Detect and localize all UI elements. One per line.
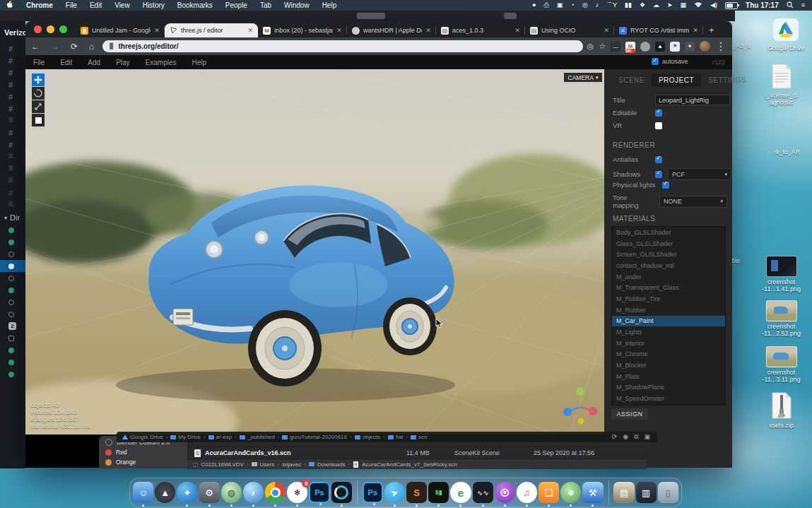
- slack-dm-item[interactable]: [0, 224, 25, 236]
- dock-terminal-icon[interactable]: $▮: [428, 482, 449, 503]
- slack-workspace-name[interactable]: Verizo: [0, 21, 25, 42]
- disc-status-icon[interactable]: ◎: [582, 0, 588, 11]
- material-item[interactable]: Glass_GLSLShader: [612, 238, 725, 249]
- editable-checkbox[interactable]: [655, 110, 662, 117]
- dock-anyconnect-icon[interactable]: ◍: [221, 482, 242, 503]
- tab-close-icon[interactable]: ✕: [336, 27, 342, 34]
- menubar-bookmarks[interactable]: Bookmarks: [171, 1, 219, 9]
- dock-evernote-icon[interactable]: e: [450, 482, 471, 503]
- spotlight-search-icon[interactable]: [787, 1, 794, 10]
- menubar-history[interactable]: History: [136, 1, 171, 9]
- axis-gizmo[interactable]: [559, 386, 604, 432]
- tab-aces[interactable]: ▤ aces_1.0.3 ✕: [436, 23, 525, 37]
- offline-indicator-icon[interactable]: ◎: [587, 42, 594, 51]
- dock-atom-app-icon[interactable]: ⊛: [560, 482, 581, 503]
- material-item[interactable]: Body_GLSLShader: [612, 227, 725, 238]
- rotate-tool-button[interactable]: [32, 87, 45, 100]
- slack-private-channel-item[interactable]: ⚿: [0, 163, 25, 175]
- tab-close-icon[interactable]: ✕: [693, 27, 698, 34]
- share-person-icon[interactable]: ◉: [623, 433, 628, 441]
- tab-scene[interactable]: SCENE: [611, 73, 652, 87]
- dock-photoshop-beta-icon[interactable]: Ps: [363, 482, 383, 503]
- menubar-window[interactable]: Window: [278, 1, 316, 9]
- dock-sublime-text-icon[interactable]: S: [406, 482, 427, 503]
- breadcrumb-item[interactable]: My Drive: [170, 434, 201, 440]
- menubar-tab[interactable]: Tab: [254, 1, 278, 9]
- slack-dm-item[interactable]: [0, 248, 25, 260]
- path-item-file[interactable]: AcuraCarAndCards_v7_SebRicky.scn: [362, 461, 457, 468]
- minimize-window-button[interactable]: [47, 25, 54, 33]
- vr-checkbox[interactable]: [655, 122, 662, 129]
- slack-dm-item[interactable]: [0, 356, 25, 368]
- desktop-icon-screenshot-3[interactable]: creenshot-11...3.11.png: [751, 346, 812, 383]
- threejs-extension-icon[interactable]: ▲: [655, 42, 665, 52]
- tab-google-jam[interactable]: ▮ Untitled Jam - Google Jam ✕: [76, 23, 165, 37]
- desktop-icon-google-drive[interactable]: Google Drive: [760, 18, 812, 52]
- dock-slack-icon[interactable]: ✻5: [287, 482, 307, 503]
- path-item[interactable]: Users: [260, 461, 275, 468]
- bookmark-star-icon[interactable]: ☆: [599, 42, 606, 51]
- physical-lights-checkbox[interactable]: [662, 182, 669, 189]
- chrome-menu-kebab-icon[interactable]: ⋮: [715, 40, 726, 53]
- clock-status-icon[interactable]: ◔: [570, 0, 574, 11]
- tab-ryot[interactable]: ≡ RYOT CG Artist Immersive ✕: [614, 23, 703, 37]
- breadcrumb-item[interactable]: Google Drive: [122, 434, 163, 440]
- shield-status-icon[interactable]: ❖: [640, 0, 645, 11]
- battery-icon[interactable]: [725, 2, 738, 9]
- breadcrumb-item[interactable]: fiat: [388, 434, 404, 440]
- breadcrumb-item[interactable]: _published: [240, 434, 275, 440]
- material-item[interactable]: M_Transparent_Glass: [612, 282, 725, 293]
- slack-dm-item[interactable]: [0, 368, 25, 380]
- tag-item-red[interactable]: Red: [99, 446, 189, 456]
- material-item[interactable]: M_Plate: [612, 371, 725, 382]
- editor-menu-file[interactable]: File: [25, 59, 52, 66]
- editor-menu-examples[interactable]: Examples: [138, 59, 184, 66]
- editor-menu-edit[interactable]: Edit: [52, 59, 80, 66]
- breadcrumb-item[interactable]: objects: [355, 434, 380, 440]
- path-item[interactable]: srijavec: [282, 461, 301, 468]
- path-item[interactable]: Downloads: [317, 461, 346, 468]
- tone-mapping-select[interactable]: NONE▾: [659, 196, 727, 208]
- slack-dm-item-selected[interactable]: [0, 260, 25, 272]
- dock-chrome-icon[interactable]: [265, 482, 286, 503]
- slack-channel-item[interactable]: #: [0, 138, 25, 150]
- material-item[interactable]: M_Lights: [612, 326, 725, 338]
- path-item[interactable]: C022L16WLVDV: [201, 461, 244, 468]
- menubar-edit[interactable]: Edit: [83, 1, 108, 9]
- dock-podcasts-icon[interactable]: ⦿: [495, 482, 515, 503]
- scale-tool-button[interactable]: [32, 100, 45, 113]
- breadcrumb-item[interactable]: scn: [411, 434, 427, 440]
- back-button[interactable]: ←: [25, 42, 45, 52]
- printer-status-icon[interactable]: ⎙: [544, 0, 549, 11]
- dock-waveform-app-icon[interactable]: ∿∿: [473, 482, 493, 503]
- reload-button[interactable]: ⟳: [65, 42, 83, 52]
- menubar-clock[interactable]: Thu 17:17: [746, 1, 779, 9]
- slack-private-channel-item[interactable]: ⚿: [0, 150, 25, 163]
- desktop-icon-license-file[interactable]: i_license_diagnostic: [751, 64, 812, 106]
- record-status-icon[interactable]: ●: [532, 0, 536, 11]
- shadows-checkbox[interactable]: [655, 171, 662, 178]
- material-item[interactable]: M_ShadowPlane: [612, 382, 725, 394]
- dock-documents-stack-icon[interactable]: ▥: [636, 482, 657, 503]
- flag-extension-icon[interactable]: ⚑: [670, 42, 680, 52]
- slack-muted-channel-item[interactable]: #: [0, 187, 25, 199]
- editor-menu-help[interactable]: Help: [184, 59, 215, 66]
- dock-dark-ring-app-icon[interactable]: [331, 482, 352, 503]
- slack-channel-item[interactable]: #: [0, 42, 25, 54]
- autosave-control[interactable]: autosave: [652, 58, 688, 65]
- profile-avatar[interactable]: [700, 41, 710, 52]
- dock-blue-orb-app-icon[interactable]: ◗: [243, 482, 264, 503]
- slack-channel-item[interactable]: #: [0, 126, 25, 138]
- slack-dm-item[interactable]: [0, 296, 25, 308]
- material-item[interactable]: M_Chrome: [612, 349, 725, 360]
- oy-status-icon[interactable]: ⌒Y: [606, 0, 617, 11]
- antialias-checkbox[interactable]: [655, 156, 662, 163]
- grid-view-icon[interactable]: ▣: [644, 433, 650, 441]
- editor-menu-add[interactable]: Add: [80, 59, 108, 66]
- expand-icon[interactable]: ⧉: [634, 433, 638, 441]
- slack-channel-item[interactable]: #: [0, 54, 25, 66]
- volume-icon[interactable]: ◀): [710, 0, 717, 11]
- slack-private-channel-item[interactable]: ⚿: [0, 114, 25, 126]
- menubar-app-name[interactable]: Chrome: [20, 1, 59, 9]
- tab-threejs-editor[interactable]: three.js / editor ✕: [165, 23, 258, 37]
